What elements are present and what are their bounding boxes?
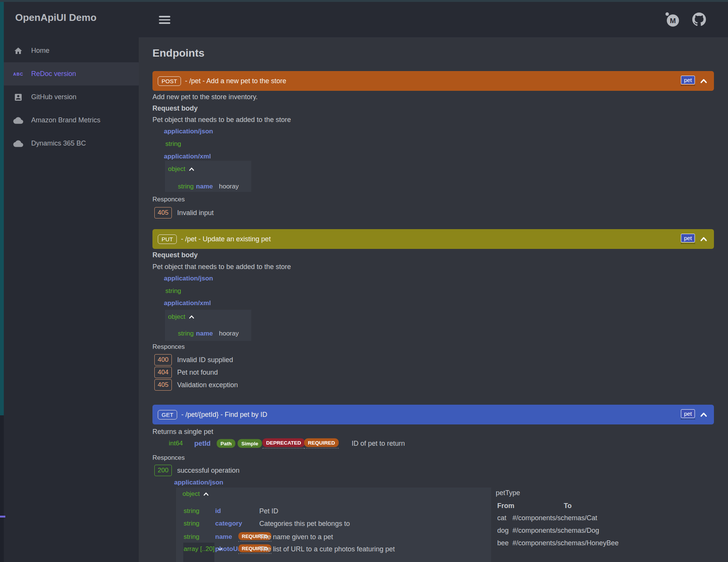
discriminator-from-header: From <box>497 502 514 510</box>
response-code-badge: 200 <box>154 465 172 476</box>
chevron-up-icon <box>699 234 709 244</box>
property-name: id <box>215 507 221 515</box>
discriminator-to-value: #/components/schemas/Dog <box>512 527 599 535</box>
responses-heading: Responces <box>152 196 185 203</box>
property-example: hooray <box>219 183 239 190</box>
object-toggle[interactable]: object <box>168 165 195 173</box>
object-toggle[interactable]: object <box>182 490 210 498</box>
svg-text:M: M <box>670 17 676 25</box>
endpoint-header-get-pet-petid[interactable]: GET - /pet/{petId} - Find pet by ID pet <box>152 405 714 424</box>
method-badge: POST <box>158 76 181 86</box>
pill-label: REQUIRED <box>304 439 339 447</box>
schema-type: string <box>165 140 181 148</box>
schema-object-panel: object string name hooray <box>165 161 251 192</box>
endpoint-header-post-pet[interactable]: POST - /pet - Add a new pet to the store… <box>152 71 714 91</box>
cloud-icon <box>13 116 23 125</box>
discriminator-from-value: dog <box>497 527 509 535</box>
tag-chip-wrap: pet <box>681 76 695 86</box>
sidebar-item-label: Dynamics 365 BC <box>31 139 86 147</box>
property-type: string <box>184 533 200 541</box>
hamburger-bar <box>159 22 170 24</box>
sidebar-item-amazon-brand-metrics[interactable]: Amazon Brand Metrics <box>4 109 139 132</box>
property-type: array [..20] <box>184 545 214 553</box>
sidebar-item-label: Home <box>31 47 49 55</box>
method-badge: PUT <box>158 234 177 244</box>
tag-chip-pet[interactable]: pet <box>681 234 695 242</box>
tag-chip-pet[interactable]: pet <box>681 76 695 84</box>
sidebar-item-redoc-version[interactable]: ABC ReDoc version <box>4 62 139 85</box>
home-icon <box>13 46 23 56</box>
media-type-json: application/json <box>164 275 213 282</box>
endpoint-summary: Returns a single pet <box>152 428 213 436</box>
property-type: string <box>178 183 194 190</box>
discriminator-to-header: To <box>564 502 572 510</box>
endpoint-title: - /pet/{petId} - Find pet by ID <box>181 411 267 419</box>
pill-label: Path <box>217 439 235 448</box>
property-description: The list of URL to a cute photos featuri… <box>259 545 395 553</box>
discriminator-title: petType <box>496 489 520 497</box>
property-description: Pet ID <box>259 507 278 515</box>
method-badge: GET <box>158 410 177 420</box>
mudblazor-logo-icon[interactable]: M <box>665 12 679 28</box>
object-toggle[interactable]: object <box>168 313 195 321</box>
endpoint-description: Add new pet to the store inventory. <box>152 93 258 101</box>
response-code-badge: 405 <box>154 379 172 391</box>
property-type: string <box>184 507 200 515</box>
endpoint-title: - /pet - Update an existing pet <box>181 235 271 243</box>
sidebar-item-label: ReDoc version <box>31 70 76 78</box>
response-text: Invalid ID supplied <box>177 356 233 364</box>
object-type-label: object <box>168 165 185 173</box>
cloud-icon <box>13 139 23 149</box>
parameter-badge-simple: Simple <box>238 439 262 448</box>
parameter-badge-required: REQUIRED <box>304 439 339 449</box>
pill-label: DEPRECATED <box>262 439 305 447</box>
parameter-description: ID of pet to return <box>352 440 405 448</box>
media-type-json: application/json <box>174 479 223 486</box>
schema-property-row: string name hooray <box>178 330 239 337</box>
request-body-heading: Request body <box>152 104 198 112</box>
window-left-edge <box>0 2 4 415</box>
tag-chip-pet[interactable]: pet <box>681 409 695 418</box>
page-title: Endpoints <box>152 47 205 59</box>
sidebar-item-github-version[interactable]: GitHub version <box>4 85 139 109</box>
media-type-xml: application/xml <box>164 299 211 307</box>
sidebar-item-dynamics-365-bc[interactable]: Dynamics 365 BC <box>4 132 139 155</box>
hamburger-bar <box>159 16 170 17</box>
chevron-up-icon <box>188 313 195 321</box>
endpoint-header-put-pet[interactable]: PUT - /pet - Update an existing pet pet <box>152 229 714 249</box>
sidebar-item-home[interactable]: Home <box>4 39 139 62</box>
property-example: hooray <box>219 330 239 337</box>
request-body-text: Pet object that needs to be added to the… <box>152 116 291 124</box>
property-description: Categories this pet belongs to <box>259 520 350 528</box>
response-text: Validation exception <box>177 381 238 389</box>
response-code-badge: 400 <box>154 354 172 366</box>
property-type: string <box>178 330 194 337</box>
account-box-icon <box>13 92 23 102</box>
property-name: name <box>196 330 213 337</box>
discriminator-to-value: #/components/schemas/Cat <box>512 514 597 522</box>
discriminator-to-value: #/components/schemas/HoneyBee <box>512 539 619 547</box>
github-icon[interactable] <box>692 13 706 28</box>
media-type-json: application/json <box>164 128 213 135</box>
pill-label: Simple <box>238 439 262 448</box>
request-body-text: Pet object that needs to be added to the… <box>152 263 291 271</box>
media-type-xml: application/xml <box>164 153 211 160</box>
chevron-up-icon <box>699 410 709 420</box>
property-name: name <box>215 533 232 541</box>
responses-heading: Responces <box>152 454 185 462</box>
background-artifact <box>0 516 5 518</box>
hamburger-menu-icon[interactable] <box>159 14 170 26</box>
schema-property-row: string name hooray <box>178 183 239 190</box>
object-type-label: object <box>182 490 200 498</box>
schema-type: string <box>165 287 181 295</box>
property-description: The name given to a pet <box>259 533 333 541</box>
hamburger-bar <box>159 19 170 21</box>
property-name: name <box>196 183 213 190</box>
property-type: string <box>184 520 200 527</box>
abc-icon: ABC <box>13 69 23 79</box>
chevron-up-icon <box>699 76 709 86</box>
app-title: OpenApiUI Demo <box>15 12 97 24</box>
parameter-badge-deprecated: DEPRECATED <box>262 439 305 449</box>
tag-chip-wrap: pet <box>681 234 695 244</box>
window-left-edge-lower <box>0 415 4 562</box>
